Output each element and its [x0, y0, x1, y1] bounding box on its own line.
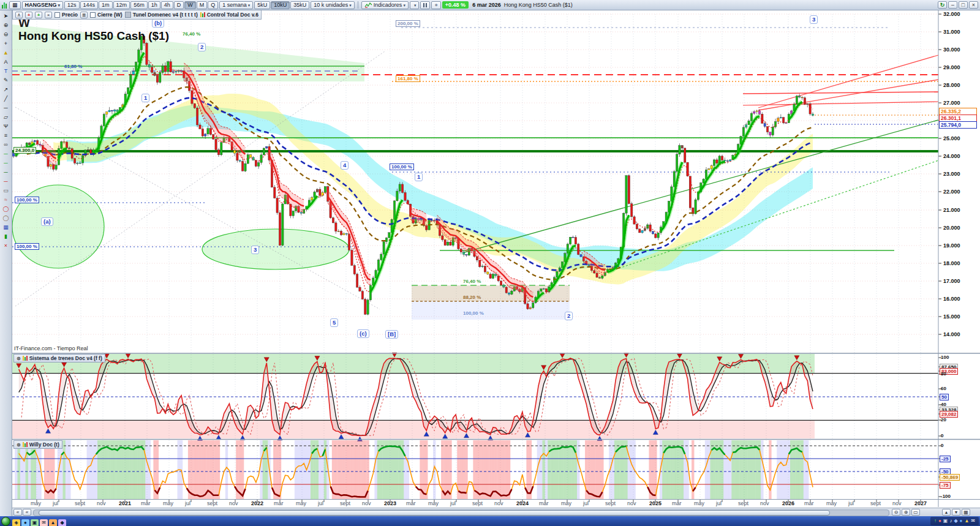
restore-button[interactable]: □ — [959, 1, 968, 9]
tray-warning-icon[interactable]: ▲ — [964, 517, 969, 525]
elliott-wave-label[interactable]: 2 — [565, 312, 573, 320]
indicators-extra-dropdown[interactable]: ▾ — [410, 1, 420, 9]
close-icon[interactable]: ⊗ — [17, 355, 21, 362]
taskbar-app-5[interactable]: ▲ — [49, 519, 57, 526]
unit-button-10kU[interactable]: 10kU — [271, 1, 290, 9]
collapse-button[interactable]: ∧ — [15, 12, 23, 18]
axis-scale-down-button[interactable]: ▾ — [952, 509, 960, 516]
zoom-in-tool[interactable]: ⊕ — [1, 21, 11, 29]
fibonacci-label[interactable]: 200,00 % — [396, 20, 420, 27]
timeframe-button-M[interactable]: M — [197, 1, 208, 9]
tray-app-icon[interactable]: ▣ — [943, 517, 948, 525]
fibonacci-label[interactable]: 100,00 % — [15, 243, 39, 250]
wave-tool[interactable]: ≈ — [1, 195, 11, 203]
segment-green-3-tool[interactable]: ─ — [1, 168, 11, 176]
timeframe-button-4h[interactable]: 4h — [161, 1, 173, 9]
fibonacci-label[interactable]: 100,00 % — [390, 163, 414, 170]
timeframe-button-56m[interactable]: 56m — [130, 1, 148, 9]
tray-mail-icon[interactable]: ✉ — [971, 517, 975, 525]
channel-tool[interactable]: ▱ — [1, 113, 11, 121]
unit-button-35kU[interactable]: 35kU — [290, 1, 309, 9]
ellipse-red-tool[interactable]: ◯ — [1, 205, 11, 212]
elliott-wave-label[interactable]: 2 — [198, 43, 206, 51]
pencil-tool[interactable]: ✎ — [1, 76, 11, 84]
symbol-select[interactable]: HANGSENG▾ — [22, 1, 64, 9]
tunnel-indicator-toggle[interactable]: Tunel Domenec v4 (t t t t t) — [125, 12, 198, 18]
fibonacci-label[interactable]: 76,40 % — [463, 279, 481, 284]
arrow-tool[interactable]: ↗ — [1, 85, 11, 93]
zoom-in-button[interactable]: ⊕ — [902, 509, 910, 516]
layout-grid-button[interactable]: ▦ — [9, 1, 21, 9]
trendline-tool[interactable]: ╱ — [1, 94, 11, 102]
taskbar-app-1[interactable]: ◈ — [12, 519, 20, 526]
timeframe-button-1h[interactable]: 1h — [148, 1, 160, 9]
segment-red-tool[interactable]: ─ — [1, 177, 11, 185]
fibonacci-label[interactable]: 61,80 % — [64, 64, 82, 69]
fibonacci-label[interactable]: 100,00 % — [463, 310, 484, 316]
zoom-out-tool[interactable]: ⊖ — [1, 30, 11, 38]
cursor-tool[interactable]: ➤ — [1, 12, 11, 20]
period-select[interactable]: 1 semana▾ — [219, 1, 253, 9]
tray-update-icon[interactable]: ↑ — [934, 517, 937, 525]
text-tool[interactable]: A — [1, 58, 11, 66]
list-button[interactable]: ≣ — [80, 12, 88, 18]
delete-tool[interactable]: × — [1, 241, 11, 249]
fibonacci-tool[interactable]: ≡ — [1, 131, 11, 139]
scroll-left-fast-button[interactable]: « — [23, 509, 31, 516]
timeframe-button-D[interactable]: D — [174, 1, 184, 9]
record-button[interactable]: ● — [431, 1, 440, 9]
segment-green-2-tool[interactable]: ─ — [1, 159, 11, 167]
start-button[interactable] — [1, 517, 10, 526]
chart-canvas[interactable] — [0, 0, 980, 526]
fibonacci-label[interactable]: 100,00 % — [15, 197, 39, 203]
taskbar-app-2[interactable]: ● — [21, 519, 29, 526]
elliott-wave-label[interactable]: (c) — [357, 329, 369, 338]
level-price-label[interactable]: 24.300,0 — [13, 147, 36, 154]
timeframe-button-1m[interactable]: 1m — [99, 1, 113, 9]
elliott-wave-label[interactable]: (a) — [41, 217, 53, 226]
fibonacci-label[interactable]: 88,20 % — [463, 295, 481, 300]
elliott-wave-label[interactable]: (b) — [152, 19, 164, 28]
minimize-button[interactable]: – — [948, 1, 957, 9]
fibonacci-label[interactable]: 76,40 % — [183, 31, 200, 37]
elliott-wave-label[interactable]: [B] — [385, 330, 398, 339]
elliott-wave-label[interactable]: 5 — [330, 318, 338, 327]
close-line-toggle[interactable]: Cierre (W) — [90, 12, 123, 18]
fibonacci-label[interactable]: 161,80 % — [396, 75, 420, 82]
timeframe-button-144s[interactable]: 144s — [80, 1, 99, 9]
ruler-tool[interactable]: ▭ — [1, 186, 11, 194]
price-toggle[interactable]: Precio — [55, 12, 78, 18]
calendar-button[interactable]: ▦ — [962, 509, 970, 516]
timeframe-button-12s[interactable]: 12s — [64, 1, 80, 9]
pitchfork-tool[interactable]: Ψ — [1, 122, 11, 130]
scroll-left-button[interactable]: « — [13, 509, 22, 516]
elliott-wave-label[interactable]: 1 — [141, 94, 149, 102]
candles-tool[interactable]: ▮ — [1, 232, 11, 240]
control-indicator-toggle[interactable]: Control Total Doc v.6 — [200, 12, 258, 18]
remove-indicator-button[interactable]: + — [25, 12, 32, 18]
close-button[interactable]: × — [969, 1, 978, 9]
close-all-button[interactable]: × — [45, 12, 52, 18]
zoom-out-button[interactable]: ⊖ — [892, 509, 900, 516]
add-indicator-button[interactable]: + — [35, 12, 42, 18]
taskbar-app-6[interactable]: ◆ — [58, 519, 66, 526]
tray-status-icon[interactable]: ● — [960, 517, 963, 525]
tray-network-icon[interactable]: ◆ — [954, 517, 957, 525]
taskbar-app-3[interactable]: ▣ — [31, 519, 39, 526]
close-icon[interactable]: ⊗ — [17, 441, 21, 448]
horizontal-scrollbar[interactable] — [33, 509, 889, 516]
elliott-wave-label[interactable]: 1 — [415, 173, 423, 181]
pause-button[interactable] — [420, 1, 430, 9]
timeframe-button-Q[interactable]: Q — [208, 1, 218, 9]
note-tool[interactable]: T — [1, 67, 11, 75]
elliott-wave-label[interactable]: 3 — [810, 15, 818, 24]
scrollbar-thumb[interactable] — [39, 510, 830, 516]
alert-tool[interactable]: ▲ — [1, 48, 11, 56]
timeframe-button-W[interactable]: W — [184, 1, 196, 9]
timeframe-button-12m[interactable]: 12m — [113, 1, 130, 9]
units-select[interactable]: 10 k unidades▾ — [311, 1, 355, 9]
horizontal-line-tool[interactable]: ─ — [1, 103, 11, 111]
link-tool[interactable]: ∞ — [1, 140, 11, 148]
refresh-icon[interactable]: ↻ — [938, 1, 947, 9]
indicators-button[interactable]: Indicadores▾ — [361, 1, 409, 9]
